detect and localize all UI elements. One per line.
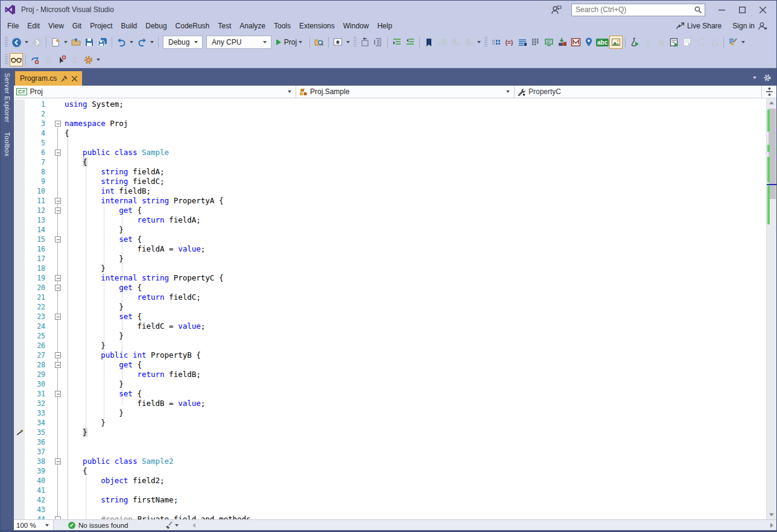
code-line[interactable]: 3namespace Proj — [14, 119, 766, 128]
project-dropdown[interactable]: C# Proj — [14, 86, 296, 98]
code-line[interactable]: 37 — [14, 447, 766, 457]
open-file-button[interactable] — [69, 36, 83, 49]
pin-icon[interactable] — [61, 75, 68, 82]
repeat-run-button[interactable] — [681, 36, 694, 49]
fold-toggle[interactable] — [55, 391, 61, 397]
coderush-dropdown[interactable] — [97, 59, 100, 61]
menu-item-window[interactable]: Window — [339, 20, 373, 32]
cleanup-dropdown[interactable] — [741, 41, 745, 43]
code-line[interactable]: 7 { — [14, 157, 766, 167]
hscroll-right-button[interactable] — [767, 523, 776, 528]
code-line[interactable]: 39 { — [14, 466, 766, 476]
preview-in-browser-button[interactable] — [331, 36, 344, 49]
menu-item-edit[interactable]: Edit — [23, 20, 44, 32]
code-line[interactable]: 40 object field2; — [14, 476, 766, 486]
menu-item-test[interactable]: Test — [214, 20, 235, 32]
menu-item-project[interactable]: Project — [86, 20, 116, 32]
toggle-bookmark-button[interactable] — [422, 36, 436, 49]
live-share-button[interactable]: Live Share — [676, 22, 722, 30]
toolbar-grip[interactable] — [5, 54, 8, 65]
code-line[interactable]: 20 get { — [14, 283, 766, 293]
type-dropdown[interactable]: Proj.Sample — [296, 86, 515, 98]
braces-equals-icon[interactable]: (=) — [503, 36, 516, 49]
code-line[interactable]: 23 set { — [14, 312, 766, 321]
menu-item-tools[interactable]: Tools — [270, 20, 295, 32]
code-cleanup-toolbar-button[interactable] — [726, 36, 740, 49]
code-line[interactable]: 13 return fieldA; — [14, 215, 766, 225]
undo-button[interactable] — [115, 36, 128, 49]
code-line[interactable]: 9 string fieldC; — [14, 177, 766, 186]
code-line[interactable]: 41 — [14, 486, 766, 495]
code-line[interactable]: 24 fieldC = value; — [14, 321, 766, 331]
save-button[interactable] — [83, 36, 96, 49]
run-all-tests-button[interactable] — [668, 36, 681, 49]
code-line[interactable]: 28 get { — [14, 360, 766, 370]
redo-button[interactable] — [135, 36, 148, 49]
code-line[interactable]: 17 } — [14, 254, 766, 264]
split-editor-button[interactable] — [762, 86, 776, 98]
code-line[interactable]: 19 internal string PropertyC { — [14, 273, 766, 283]
fold-toggle[interactable] — [55, 285, 61, 291]
sidebar-item-server-explorer[interactable]: Server Explorer — [4, 73, 11, 122]
code-line[interactable]: 35 } — [14, 428, 766, 437]
menu-item-extensions[interactable]: Extensions — [295, 20, 339, 32]
run-tests-button[interactable] — [628, 36, 641, 49]
fold-toggle[interactable] — [55, 314, 61, 320]
previous-bookmark-button[interactable] — [436, 36, 449, 49]
zoom-select[interactable]: 100 % — [14, 520, 54, 531]
fold-toggle[interactable] — [55, 516, 61, 519]
new-file-dropdown[interactable] — [64, 41, 68, 43]
fold-toggle[interactable] — [55, 121, 61, 127]
next-bookmark-button[interactable] — [449, 36, 462, 49]
marker-down-button[interactable] — [68, 53, 81, 66]
dock-panel-icon[interactable] — [358, 36, 372, 49]
image-tool-button[interactable] — [609, 36, 623, 49]
code-line[interactable]: 12 get { — [14, 206, 766, 215]
start-debugging-button[interactable]: Proj — [273, 36, 307, 49]
start-dropdown[interactable] — [299, 41, 302, 43]
refresh-button[interactable] — [694, 36, 708, 49]
code-line[interactable]: 11 internal string PropertyA { — [14, 196, 766, 206]
new-file-button[interactable] — [49, 36, 62, 49]
coderush-settings-gear-button[interactable] — [81, 53, 95, 66]
edit-test-button[interactable] — [708, 36, 721, 49]
fold-toggle[interactable] — [55, 362, 61, 368]
spellcheck-abc-icon[interactable]: abc — [595, 36, 609, 49]
document-health-indicator[interactable]: ✔ No issues found — [68, 522, 128, 529]
code-line[interactable]: 15 set { — [14, 235, 766, 244]
code-line[interactable]: 36 — [14, 437, 766, 447]
code-line[interactable]: 8 string fieldA; — [14, 167, 766, 177]
scroll-up-button[interactable] — [767, 98, 776, 107]
code-line[interactable]: 4{ — [14, 128, 766, 138]
close-button[interactable] — [752, 2, 773, 17]
code-line[interactable]: 30 } — [14, 379, 766, 389]
solution-platform-select[interactable]: Any CPU — [206, 36, 271, 49]
code-line[interactable]: 25 } — [14, 331, 766, 341]
vertical-scrollbar[interactable] — [766, 98, 776, 519]
code-line[interactable]: 44 #region Private field and methods — [14, 515, 766, 519]
bookmark-dropdown[interactable] — [477, 41, 481, 43]
search-input[interactable] — [574, 5, 694, 14]
drop-marker-button[interactable] — [55, 53, 68, 66]
code-line[interactable]: 1using System; — [14, 100, 766, 109]
find-in-files-button[interactable] — [312, 36, 326, 49]
debug-tests-button[interactable] — [641, 36, 655, 49]
menu-item-coderush[interactable]: CodeRush — [171, 20, 214, 32]
clear-bookmarks-button[interactable] — [462, 36, 475, 49]
code-line[interactable]: 31 set { — [14, 389, 766, 399]
solution-configuration-select[interactable]: Debug — [163, 36, 203, 49]
tab-list-dropdown[interactable] — [753, 77, 756, 79]
toolbar-grip[interactable] — [484, 37, 487, 48]
dashed-list-icon[interactable] — [529, 36, 542, 49]
undo-dropdown[interactable] — [130, 41, 133, 43]
hscroll-left-button[interactable] — [189, 523, 198, 528]
menu-item-view[interactable]: View — [44, 20, 68, 32]
code-line[interactable]: 21 return fieldC; — [14, 293, 766, 302]
code-line[interactable]: 38 public class Sample2 — [14, 457, 766, 466]
code-line[interactable]: 27 public int PropertyB { — [14, 350, 766, 360]
horizontal-scrollbar[interactable] — [198, 520, 767, 530]
code-fix-icon[interactable] — [16, 429, 22, 436]
code-line[interactable]: 26 } — [14, 341, 766, 350]
toolbar-grip[interactable] — [5, 37, 8, 48]
scroll-down-button[interactable] — [767, 510, 776, 519]
